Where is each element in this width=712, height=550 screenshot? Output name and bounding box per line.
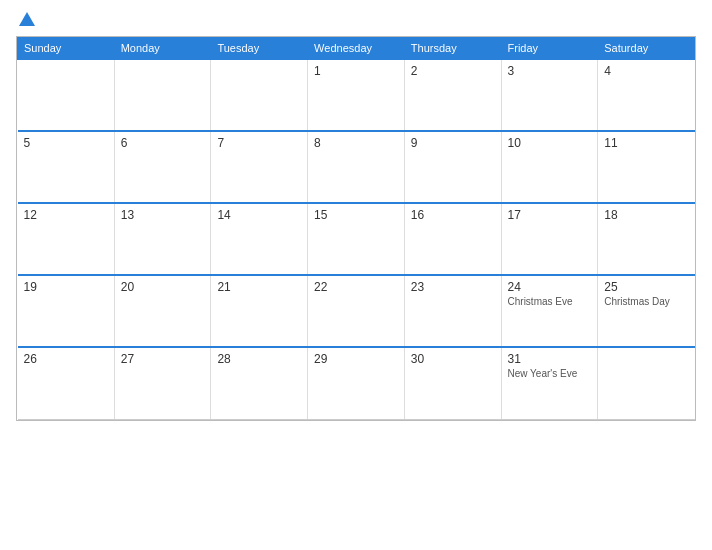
day-number: 9 [411,136,495,150]
day-number: 31 [508,352,592,366]
day-number: 12 [24,208,108,222]
calendar-cell: 12 [18,203,115,275]
day-number: 11 [604,136,688,150]
calendar-cell: 31New Year's Eve [501,347,598,419]
calendar-cell: 29 [308,347,405,419]
day-number: 22 [314,280,398,294]
calendar-cell: 13 [114,203,211,275]
weekday-header: Tuesday [211,38,308,60]
calendar-cell: 11 [598,131,695,203]
calendar-body: 123456789101112131415161718192021222324C… [18,59,695,419]
day-event: Christmas Eve [508,296,592,307]
calendar-cell: 22 [308,275,405,347]
calendar-cell: 27 [114,347,211,419]
calendar-cell [114,59,211,131]
day-number: 4 [604,64,688,78]
day-number: 24 [508,280,592,294]
day-number: 21 [217,280,301,294]
calendar-cell: 15 [308,203,405,275]
calendar-cell: 30 [404,347,501,419]
day-number: 1 [314,64,398,78]
weekday-header: Wednesday [308,38,405,60]
calendar-cell: 24Christmas Eve [501,275,598,347]
day-number: 26 [24,352,108,366]
calendar-cell: 1 [308,59,405,131]
calendar-container: SundayMondayTuesdayWednesdayThursdayFrid… [16,36,696,421]
day-number: 16 [411,208,495,222]
day-number: 15 [314,208,398,222]
calendar-cell: 25Christmas Day [598,275,695,347]
calendar-cell [598,347,695,419]
calendar-table: SundayMondayTuesdayWednesdayThursdayFrid… [17,37,695,420]
calendar-cell: 17 [501,203,598,275]
day-number: 2 [411,64,495,78]
calendar-week-row: 567891011 [18,131,695,203]
calendar-cell: 28 [211,347,308,419]
day-number: 14 [217,208,301,222]
calendar-cell: 18 [598,203,695,275]
calendar-cell: 20 [114,275,211,347]
day-number: 19 [24,280,108,294]
calendar-week-row: 262728293031New Year's Eve [18,347,695,419]
day-event: Christmas Day [604,296,688,307]
calendar-cell: 10 [501,131,598,203]
calendar-cell: 26 [18,347,115,419]
day-number: 29 [314,352,398,366]
calendar-week-row: 12131415161718 [18,203,695,275]
day-number: 20 [121,280,205,294]
calendar-cell: 2 [404,59,501,131]
day-number: 25 [604,280,688,294]
weekday-header: Sunday [18,38,115,60]
day-event: New Year's Eve [508,368,592,379]
calendar-cell: 8 [308,131,405,203]
day-number: 7 [217,136,301,150]
day-number: 6 [121,136,205,150]
calendar-cell: 23 [404,275,501,347]
calendar-cell: 6 [114,131,211,203]
logo-triangle-icon [19,12,35,26]
calendar-cell: 5 [18,131,115,203]
day-number: 27 [121,352,205,366]
day-number: 28 [217,352,301,366]
calendar-week-row: 1234 [18,59,695,131]
calendar-cell: 3 [501,59,598,131]
day-number: 3 [508,64,592,78]
calendar-header [16,12,696,28]
calendar-week-row: 192021222324Christmas Eve25Christmas Day [18,275,695,347]
day-number: 5 [24,136,108,150]
day-number: 30 [411,352,495,366]
calendar-cell: 14 [211,203,308,275]
calendar-cell: 7 [211,131,308,203]
day-number: 10 [508,136,592,150]
calendar-page: SundayMondayTuesdayWednesdayThursdayFrid… [0,0,712,550]
calendar-cell: 9 [404,131,501,203]
weekday-header: Thursday [404,38,501,60]
day-number: 13 [121,208,205,222]
day-number: 17 [508,208,592,222]
day-number: 18 [604,208,688,222]
calendar-cell: 16 [404,203,501,275]
weekday-header: Monday [114,38,211,60]
weekday-header: Saturday [598,38,695,60]
calendar-cell: 21 [211,275,308,347]
calendar-cell: 19 [18,275,115,347]
calendar-cell [18,59,115,131]
weekday-header: Friday [501,38,598,60]
calendar-header-row: SundayMondayTuesdayWednesdayThursdayFrid… [18,38,695,60]
calendar-cell [211,59,308,131]
day-number: 23 [411,280,495,294]
logo [16,12,35,28]
day-number: 8 [314,136,398,150]
calendar-cell: 4 [598,59,695,131]
